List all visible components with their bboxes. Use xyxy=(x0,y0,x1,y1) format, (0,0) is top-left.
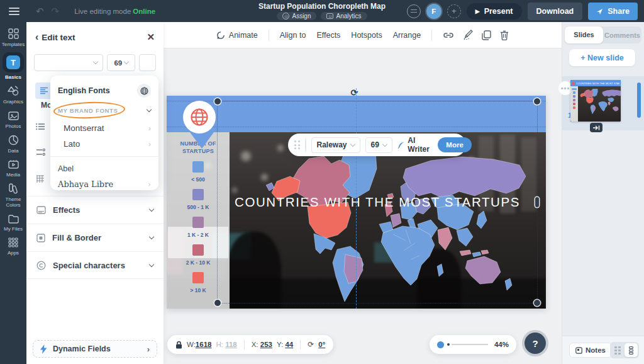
list-view-button[interactable] xyxy=(625,343,638,357)
arrange-button[interactable]: Arrange xyxy=(393,31,421,40)
rotate-handle-icon[interactable]: ⟳ xyxy=(351,88,358,98)
redo-icon[interactable]: ↷ xyxy=(52,6,60,16)
templates-icon xyxy=(8,28,19,40)
font-option-montserrat[interactable]: Montserrat› xyxy=(50,120,158,136)
height-field[interactable]: H: 118 xyxy=(216,341,236,348)
download-button[interactable]: Download xyxy=(528,3,583,20)
copyright-icon xyxy=(36,261,46,270)
section-special-characters[interactable]: Special characters xyxy=(26,251,164,279)
link-icon[interactable] xyxy=(443,31,454,39)
grid-view-button[interactable] xyxy=(611,343,625,357)
legend-swatch xyxy=(192,217,204,228)
comments-icon[interactable] xyxy=(407,4,421,18)
selection-handle[interactable] xyxy=(534,98,540,105)
align-to-button[interactable]: Align to xyxy=(280,31,306,40)
share-button[interactable]: Share xyxy=(588,3,638,20)
selection-handle[interactable] xyxy=(214,300,221,306)
undo-icon[interactable]: ↶ xyxy=(36,6,44,16)
sidebar-item-basics[interactable]: T Basics xyxy=(0,52,26,80)
animate-icon xyxy=(216,31,225,40)
left-sidebar: Templates T Basics Graphics Photos Data … xyxy=(0,22,26,364)
font-family-select[interactable] xyxy=(34,54,103,71)
y-field[interactable]: Y: 44 xyxy=(277,341,293,348)
selection-handle[interactable] xyxy=(214,98,221,105)
tab-slides[interactable]: Slides xyxy=(565,26,603,43)
present-button[interactable]: ▶Present xyxy=(467,3,522,20)
assign-button[interactable]: ◎Assign xyxy=(277,12,316,20)
sidebar-item-apps[interactable]: Apps xyxy=(0,237,26,256)
ai-quill-icon xyxy=(397,140,404,150)
width-field[interactable]: W:1618 xyxy=(187,341,211,348)
slide-list-item[interactable]: ••• 1 xyxy=(562,76,644,130)
thumbnail-globe-dot xyxy=(572,82,575,85)
section-fill-border[interactable]: Fill & Border xyxy=(26,224,164,251)
slide-title-text[interactable]: COUNTRIES WITH THE MOST STARTUPS xyxy=(235,195,520,210)
slide-canvas[interactable]: ⟳ COUNTRIES WITH THE MOST STARTUPS xyxy=(167,96,546,309)
lightning-icon xyxy=(40,344,47,354)
font-option-lato[interactable]: Lato› xyxy=(50,136,158,152)
play-icon: ▶ xyxy=(475,8,480,14)
analytics-icon: ⊡ xyxy=(326,13,333,19)
font-size-select[interactable]: 69 xyxy=(107,54,135,71)
document-title[interactable]: Startup Population Choropleth Map xyxy=(258,2,386,11)
style-brush-icon[interactable] xyxy=(463,30,473,40)
help-button[interactable]: ? xyxy=(525,333,546,354)
language-globe-icon[interactable] xyxy=(137,84,151,98)
text-color-circle[interactable] xyxy=(305,137,306,152)
duplicate-icon[interactable] xyxy=(482,30,491,40)
animate-button[interactable]: Animate xyxy=(216,31,258,40)
sidebar-item-templates[interactable]: Templates xyxy=(0,28,26,47)
legend-swatch xyxy=(192,189,204,200)
selection-handle-side[interactable] xyxy=(535,197,539,207)
slide-transition-button[interactable] xyxy=(590,123,602,132)
notes-button[interactable]: Notes xyxy=(569,343,612,358)
tab-comments[interactable]: Comments xyxy=(603,31,641,39)
canvas-toolbar: Animate Align to Effects Hotspots Arrang… xyxy=(164,22,562,48)
sidebar-item-photos[interactable]: Photos xyxy=(0,110,26,129)
analytics-button[interactable]: ⊡Analytics xyxy=(321,12,367,20)
list-icon[interactable] xyxy=(36,123,45,130)
font-option-abhaya-libre[interactable]: Abhaya Libre› xyxy=(50,176,158,192)
sidebar-item-data[interactable]: Data xyxy=(0,134,26,154)
brand-fonts-section[interactable]: MY BRAND FONTS xyxy=(50,107,158,114)
add-collaborator-icon[interactable]: + xyxy=(447,4,461,18)
avatar[interactable]: F xyxy=(426,4,441,19)
hamburger-menu-icon[interactable] xyxy=(9,8,19,15)
font-size-dropdown[interactable]: 69 xyxy=(365,137,392,153)
back-chevron-icon[interactable]: ‹ xyxy=(35,31,38,43)
legend-swatch xyxy=(192,161,204,173)
delete-icon[interactable] xyxy=(500,30,509,40)
new-slide-button[interactable]: + New slide xyxy=(569,49,635,66)
canvas-area: Animate Align to Effects Hotspots Arrang… xyxy=(164,22,562,364)
section-effects[interactable]: Effects xyxy=(26,196,164,224)
visme-editor: ↶ ↷ Live editing modeOnline Startup Popu… xyxy=(0,0,644,364)
hotspots-button[interactable]: Hotspots xyxy=(351,31,382,40)
fill-border-icon xyxy=(36,234,45,242)
english-fonts-header: English Fonts xyxy=(58,86,110,95)
sidebar-item-theme-colors[interactable]: Theme Colors xyxy=(0,183,26,208)
selection-handle[interactable] xyxy=(534,300,540,306)
font-family-dropdown[interactable]: Raleway xyxy=(311,137,360,153)
x-field[interactable]: X: 253 xyxy=(252,341,272,348)
text-color-swatch[interactable] xyxy=(139,54,156,71)
zoom-slider-handle[interactable] xyxy=(437,341,444,348)
zoom-slider-track[interactable] xyxy=(452,344,488,345)
more-button[interactable]: More xyxy=(438,137,471,152)
dynamic-fields-button[interactable]: Dynamic Fields › xyxy=(33,340,157,358)
lock-icon[interactable] xyxy=(175,341,182,349)
slide-thumbnail[interactable]: COUNTRIES WITH THE MOST STARTUPS xyxy=(570,80,621,122)
ai-writer-button[interactable]: AI Writer xyxy=(397,136,431,154)
selected-text-box[interactable]: COUNTRIES WITH THE MOST STARTUPS xyxy=(217,101,538,304)
close-icon[interactable]: ✕ xyxy=(147,31,155,43)
font-option-abel[interactable]: Abel xyxy=(50,161,158,176)
effects-button[interactable]: Effects xyxy=(316,31,340,40)
sidebar-item-media[interactable]: Media xyxy=(0,159,26,178)
drag-handle-icon[interactable] xyxy=(294,140,300,149)
sidebar-item-graphics[interactable]: Graphics xyxy=(0,85,26,105)
globe-badge[interactable] xyxy=(183,101,216,134)
zoom-value[interactable]: 44% xyxy=(494,341,509,348)
rotation-field[interactable]: 0° xyxy=(318,341,325,348)
sidebar-item-my-files[interactable]: My Files xyxy=(0,213,26,232)
spacing-icon[interactable] xyxy=(36,149,45,156)
grid-icon[interactable] xyxy=(36,174,45,183)
